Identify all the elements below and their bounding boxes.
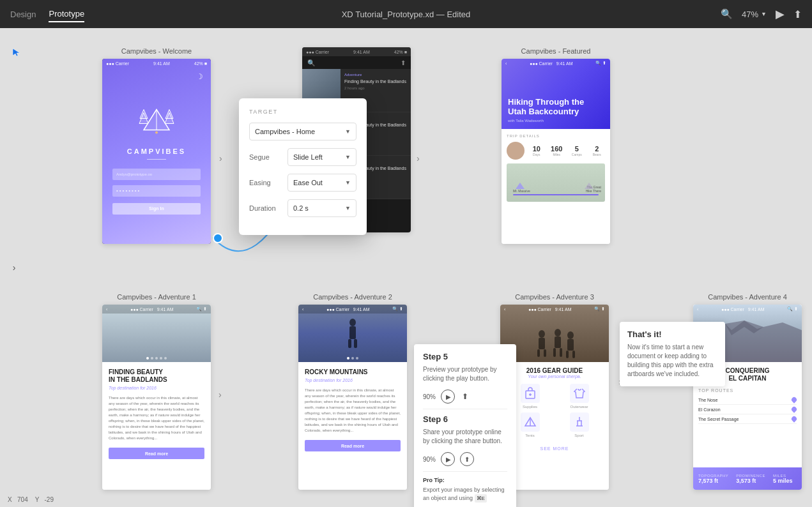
artboard-adv4-label: Campvibes - Adventure 4 (693, 293, 802, 301)
play-triangle-icon: ▶ (446, 393, 451, 400)
trip-map-path (513, 194, 599, 195)
step6-share-icon[interactable]: ⬆ (460, 452, 474, 466)
gear-icons-row-2: Tents (505, 412, 604, 437)
email-placeholder: Andys@prototype.oo (116, 172, 152, 176)
duration-value: 0.2 s (293, 204, 309, 212)
adv2-dot-3 (356, 357, 358, 359)
keyboard-shortcut-badge: ⌘E (475, 494, 487, 503)
miles-label: Miles (549, 153, 565, 156)
connection-dot (213, 233, 223, 243)
password-input-field[interactable]: •••••••• (112, 185, 201, 197)
sport-icon-box (570, 412, 589, 432)
adv2-hero: ‹ ●●● Carrier 9:41 AM 🔍 ⬆ (298, 305, 407, 362)
adv2-dots (347, 357, 358, 359)
camps-label: Camps (569, 153, 585, 156)
search-icon[interactable]: 🔍 (721, 8, 733, 20)
camps-value: 5 (569, 145, 585, 153)
topo-elevation: 7,573 ft (698, 478, 728, 484)
camp-divider (147, 159, 166, 160)
featured-content: TRIP DETAILS 10 Days 160 Miles (502, 129, 610, 207)
step6-play-icon[interactable]: ▶ (441, 452, 455, 466)
artboard-featured-label: Campvibes - Featured (502, 47, 610, 55)
duration-label: Duration (249, 204, 287, 212)
adv1-desc: There are days which occur in this clima… (109, 395, 204, 441)
sign-in-button[interactable]: Sign In (112, 203, 201, 215)
segue-select[interactable]: Slide Left ▼ (287, 148, 356, 166)
dot-3 (155, 357, 158, 359)
adv1-dots (146, 357, 167, 359)
days-label: Days (528, 153, 545, 156)
svg-point-23 (567, 331, 574, 339)
target-value: Campvibes - Home (255, 128, 315, 135)
popup-section-title: TARGET (249, 109, 356, 115)
see-more-label[interactable]: SEE MORE (540, 446, 569, 451)
easing-select[interactable]: Ease Out ▼ (287, 174, 356, 192)
camp-logo-icon (137, 102, 176, 142)
supplies-label: Supplies (521, 405, 540, 409)
step5-play-icon[interactable]: ▶ (441, 390, 455, 404)
tab-prototype[interactable]: Prototype (49, 6, 84, 22)
play-button[interactable]: ▶ (776, 7, 785, 21)
cursor-indicator (11, 47, 22, 60)
gear-title: 2016 GEAR GUIDE (505, 367, 604, 374)
adv2-read-more-button[interactable]: Read more (305, 440, 401, 451)
adv1-read-more-label: Read more (145, 451, 168, 456)
gear-icon-supplies: Supplies (521, 384, 540, 409)
tab-design[interactable]: Design (10, 7, 36, 22)
popup-duration-row: Duration 0.2 s ▼ (249, 199, 356, 217)
trip-details-header: TRIP DETAILS (507, 134, 605, 138)
svg-marker-9 (585, 183, 594, 189)
step5-zoom-level: 90% (423, 393, 436, 400)
adv1-subtitle: Top destination for 2016 (109, 386, 204, 390)
featured-hero: ‹ ●●● Carrier 9:41 AM 🔍 ⬆ Hiking Through… (502, 59, 610, 129)
adv2-screen: ‹ ●●● Carrier 9:41 AM 🔍 ⬆ (298, 305, 407, 490)
miles-section: Miles 5 miles (773, 474, 793, 484)
tents-label: Tents (521, 434, 540, 437)
step5-controls: 90% ▶ ⬆ (423, 390, 507, 404)
artboard-featured-frame: ‹ ●●● Carrier 9:41 AM 🔍 ⬆ Hiking Through… (502, 59, 610, 244)
duration-control[interactable]: 0.2 s ▼ (287, 199, 356, 217)
route-3-pin-icon (790, 415, 797, 422)
gear-status-bar: ‹ ●●● Carrier 9:41 AM 🔍 ⬆ (500, 305, 609, 314)
svg-rect-12 (349, 326, 356, 339)
step6-play-triangle-icon: ▶ (446, 456, 451, 463)
prominence-section: Prominence 3,573 ft (736, 474, 765, 484)
email-input-field[interactable]: Andys@prototype.oo (112, 169, 201, 180)
home-card-1-tag: Adventure (344, 73, 407, 77)
artboard-adv3-frame: ‹ ●●● Carrier 9:41 AM 🔍 ⬆ (500, 305, 609, 490)
y-value: -29 (44, 496, 53, 503)
x-value: 704 (17, 496, 28, 503)
elcap-topo-bar: TOPOGRAPHY 7,573 ft Prominence 3,573 ft … (693, 467, 802, 490)
welcome-screen: ●●● Carrier 9:41 AM 42% ■ ☽ (102, 59, 211, 244)
artboard-welcome: Campvibes - Welcome ●●● Carrier 9:41 AM … (102, 47, 211, 244)
svg-rect-14 (354, 339, 357, 348)
home-share-icon[interactable]: ⬆ (401, 59, 406, 66)
artboard-adv1-label: Campvibes - Adventure 1 (102, 293, 211, 301)
elcap-route-2: El Corazon (698, 405, 797, 414)
adv2-person-silhouette (343, 317, 362, 352)
document-title: XD Tutorial_Prototype.xd — Edited (342, 10, 471, 19)
thats-it-title: That's it! (627, 329, 717, 339)
featured-hero-title: Hiking Through the Utah Backcountry (508, 97, 604, 117)
adv1-read-more-button[interactable]: Read more (109, 448, 204, 459)
target-select[interactable]: Campvibes - Home ▼ (249, 123, 356, 140)
artboard-adv1: Campvibes - Adventure 1 ‹ ●●● Carrier 9:… (102, 293, 211, 490)
artboard-adv3-label: Campvibes - Adventure 3 (500, 293, 609, 301)
svg-point-11 (349, 319, 356, 326)
adv2-read-more-label: Read more (341, 444, 364, 448)
step5-share-icon[interactable]: ⬆ (460, 391, 470, 402)
share-button[interactable]: ⬆ (793, 8, 802, 20)
gear-icon-tents: Tents (521, 412, 540, 437)
zoom-control[interactable]: 47% ▼ (742, 10, 767, 19)
home-search-icon[interactable]: 🔍 (307, 59, 315, 66)
bears-value: 2 (589, 145, 606, 153)
coordinates-display: X 704 Y -29 (8, 496, 54, 503)
step6-zoom-level: 90% (423, 456, 436, 463)
adv1-screen: ‹ ●●● Carrier 9:41 AM 🔍 ⬆ FINDING BEAUTY… (102, 305, 211, 490)
dot-active (146, 357, 149, 359)
canvas-left-arrow[interactable]: › (6, 260, 22, 275)
artboard-welcome-frame: ●●● Carrier 9:41 AM 42% ■ ☽ (102, 59, 211, 244)
popup-segue-row: Segue Slide Left ▼ (249, 148, 356, 166)
moon-icon: ☽ (196, 70, 203, 82)
nav-arrow-welcome-home: › (219, 153, 222, 164)
